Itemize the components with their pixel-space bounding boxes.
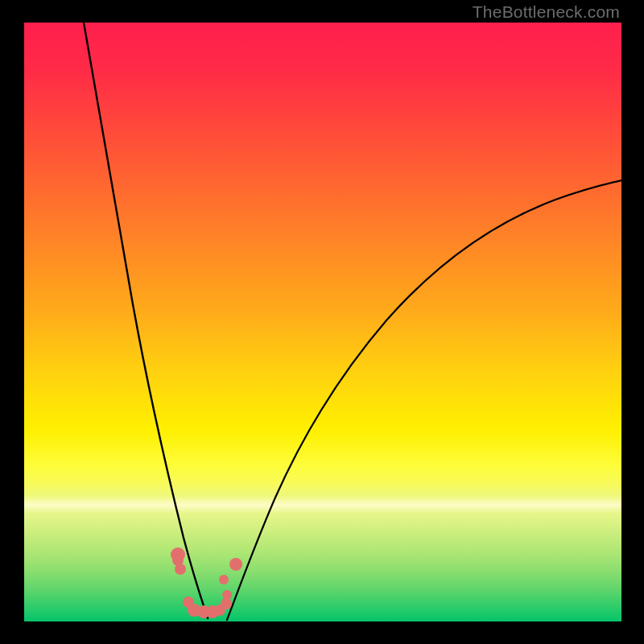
marker-dot [221, 598, 232, 609]
curve-overlay [24, 23, 621, 621]
marker-dot [229, 558, 242, 571]
left-curve-path [84, 23, 208, 618]
watermark-text: TheBottleneck.com [473, 2, 620, 22]
marker-dot [222, 590, 232, 600]
marker-dot [219, 575, 229, 584]
outer-black-frame: TheBottleneck.com [0, 0, 644, 644]
right-curve-path [227, 180, 621, 620]
marker-dot [175, 564, 186, 575]
plot-area [24, 23, 621, 621]
